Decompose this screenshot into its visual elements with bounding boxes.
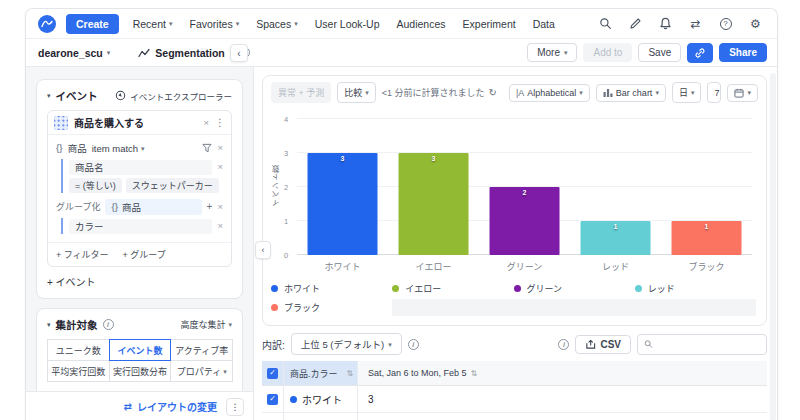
legend-item-ホワイト[interactable]: ホワイト	[271, 282, 392, 295]
event-explorer-link[interactable]: イベントエクスプローラー	[115, 90, 232, 102]
filter-funnel-icon[interactable]	[202, 143, 212, 153]
add-group-link[interactable]: + グループ	[123, 248, 166, 261]
events-panel-header: ▾ イベント イベントエクスプローラー	[47, 88, 232, 103]
refresh-icon[interactable]: ↻	[489, 87, 497, 98]
save-button[interactable]: Save	[638, 43, 681, 62]
chevron-down-icon: ▾	[564, 49, 568, 56]
sort-icon[interactable]: ⇅	[347, 369, 354, 378]
top-values-dropdown[interactable]: 上位 5 (デフォルト)▾	[291, 333, 402, 355]
scrollbar[interactable]	[770, 73, 776, 420]
share-button[interactable]: Share	[719, 43, 767, 62]
amplitude-logo-icon[interactable]	[38, 15, 56, 33]
breakdown-toolbar: 内訳: 上位 5 (デフォルト)▾ i i CSV	[262, 326, 767, 360]
range-button-7日[interactable]: 7日	[708, 83, 721, 102]
chevron-down-icon: ▾	[228, 321, 232, 328]
nav-item-user-look-up[interactable]: User Look-Up	[315, 18, 380, 30]
chevron-down-icon: ▾	[655, 89, 659, 96]
table-search-input[interactable]	[657, 339, 760, 350]
measure-option-ユニーク数[interactable]: ユニーク数	[47, 339, 110, 361]
nav-item-experiment[interactable]: Experiment	[463, 18, 516, 30]
nav-item-audiences[interactable]: Audiences	[397, 18, 446, 30]
measure-option-イベント数[interactable]: イベント数	[109, 339, 172, 361]
bar-グリーン[interactable]: 2	[489, 187, 560, 255]
measure-option-実行回数分布[interactable]: 実行回数分布	[109, 360, 172, 382]
nav-item-favorites[interactable]: Favorites▾	[189, 18, 239, 30]
chart-type-dropdown[interactable]: Bar chart ▾	[596, 84, 666, 102]
chevron-down-icon: ▾	[236, 20, 240, 27]
legend-item-イエロー[interactable]: イエロー	[392, 282, 513, 295]
header-checkbox-cell: ✓	[262, 361, 284, 385]
panel-collapse-button[interactable]: ‹	[255, 241, 271, 259]
measure-option-平均実行回数[interactable]: 平均実行回数	[47, 360, 110, 382]
compare-button[interactable]: 比較▾	[337, 82, 376, 103]
sidebar-footer: ⇄ レイアウトの変更 ⋮	[26, 391, 253, 420]
drag-handle-icon[interactable]	[54, 116, 68, 130]
close-icon[interactable]: ×	[217, 202, 223, 212]
calendar-dropdown[interactable]: ▾	[727, 84, 758, 102]
bar-レッド[interactable]: 1	[580, 221, 651, 255]
help-icon[interactable]: ?	[718, 16, 733, 31]
table-search[interactable]	[637, 334, 767, 355]
checkbox-checked[interactable]: ✓	[267, 394, 278, 405]
add-filter-link[interactable]: + フィルター	[56, 248, 109, 261]
export-csv-button[interactable]: CSV	[575, 335, 631, 354]
nav-item-spaces[interactable]: Spaces▾	[256, 18, 298, 30]
legend-item-ブラック[interactable]: ブラック	[271, 301, 392, 314]
filter-value-row: = (等しい) スウェットパーカー	[69, 178, 223, 193]
row-value-cell: 3	[358, 413, 767, 420]
header-date-cell[interactable]: Sat, Jan 6 to Mon, Feb 5 ⇅	[358, 361, 767, 385]
advanced-aggregation-dropdown[interactable]: 高度な集計 ▾	[180, 318, 232, 331]
chart-type-selector[interactable]: Segmentation ▾	[138, 47, 233, 59]
measure-option-アクティブ率[interactable]: アクティブ率	[170, 339, 233, 361]
interval-dropdown[interactable]: 日▾	[672, 82, 702, 103]
chevron-down-icon[interactable]: ▾	[47, 92, 51, 100]
event-name[interactable]: 商品を購入する	[74, 115, 197, 130]
close-icon[interactable]: ×	[203, 118, 209, 128]
header-name-cell[interactable]: 商品.カラー ⇅	[284, 361, 358, 385]
sort-icon[interactable]: ⇅	[471, 369, 478, 378]
sync-icon[interactable]: ⇄	[688, 16, 703, 31]
info-icon[interactable]: i	[103, 319, 114, 330]
measure-option-プロパティ[interactable]: プロパティ▾	[170, 360, 233, 382]
sidebar-collapse-button[interactable]: ‹	[230, 44, 248, 62]
bar-ブラック[interactable]: 1	[671, 221, 742, 255]
y-tick-label: 0	[284, 251, 288, 260]
chevron-down-icon[interactable]: ▾	[47, 321, 51, 329]
line-chart-icon	[138, 48, 150, 58]
value-chip[interactable]: スウェットパーカー	[126, 178, 219, 193]
add-event-link[interactable]: + イベント	[47, 274, 96, 289]
add-icon[interactable]: +	[207, 201, 213, 212]
create-button[interactable]: Create	[66, 14, 119, 34]
table-body: ✓ホワイト3✓イエロー3✓グリーン2	[262, 386, 767, 420]
bar-ホワイト[interactable]: 3	[307, 153, 378, 255]
filter-field[interactable]: 商品名	[69, 160, 212, 175]
nav-item-recent[interactable]: Recent▾	[133, 18, 173, 30]
legend-item-レッド[interactable]: レッド	[635, 282, 756, 295]
sort-dropdown[interactable]: |A Alphabetical ▾	[509, 84, 590, 102]
compose-icon[interactable]	[628, 16, 643, 31]
info-icon[interactable]: i	[558, 339, 569, 350]
filter-property[interactable]: 商品	[68, 141, 87, 155]
close-icon[interactable]: ×	[217, 221, 223, 231]
event-name-row: 商品を購入する × ⋮	[48, 111, 231, 135]
kebab-menu-icon[interactable]: ⋮	[215, 117, 225, 128]
operator-chip[interactable]: = (等しい)	[69, 178, 122, 193]
more-button[interactable]: More▾	[527, 43, 577, 62]
legend-item-グリーン[interactable]: グリーン	[514, 282, 635, 295]
groupby-value-field[interactable]: カラー	[69, 219, 212, 234]
search-icon[interactable]	[598, 16, 613, 31]
checkbox-checked[interactable]: ✓	[267, 368, 278, 379]
sidebar-kebab-button[interactable]: ⋮	[226, 398, 244, 416]
close-icon[interactable]: ×	[217, 162, 223, 172]
groupby-property-field[interactable]: {} 商品	[105, 199, 201, 215]
close-icon[interactable]: ×	[217, 143, 223, 153]
nav-item-data[interactable]: Data	[533, 18, 555, 30]
info-icon[interactable]: i	[408, 339, 419, 350]
copy-link-button[interactable]	[687, 43, 713, 63]
match-mode-dropdown[interactable]: item match ▾	[92, 143, 145, 154]
gear-icon[interactable]: ⚙	[748, 16, 763, 31]
bell-icon[interactable]	[658, 16, 673, 31]
change-layout-button[interactable]: ⇄ レイアウトの変更	[124, 399, 217, 414]
project-selector[interactable]: dearone_scu ▾	[38, 47, 110, 59]
bar-イエロー[interactable]: 3	[398, 153, 469, 255]
